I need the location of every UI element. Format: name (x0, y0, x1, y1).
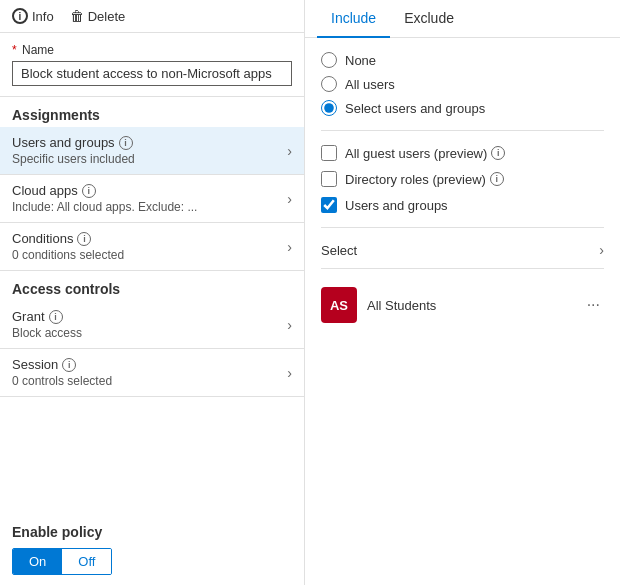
checkbox-guest-users-label: All guest users (preview) i (345, 146, 505, 161)
divider-1 (321, 130, 604, 131)
assignments-header: Assignments (0, 97, 304, 127)
top-toolbar: i Info 🗑 Delete (0, 0, 304, 33)
name-input[interactable] (12, 61, 292, 86)
radio-none-input[interactable] (321, 52, 337, 68)
user-name: All Students (367, 298, 573, 313)
session-title: Session i (12, 357, 112, 372)
cloud-apps-chevron: › (287, 191, 292, 207)
radio-select-users-label: Select users and groups (345, 101, 485, 116)
user-ellipsis-button[interactable]: ··· (583, 292, 604, 318)
info-button[interactable]: i Info (12, 8, 54, 24)
radio-select-users-input[interactable] (321, 100, 337, 116)
cloud-apps-info-icon: i (82, 184, 96, 198)
delete-button[interactable]: 🗑 Delete (70, 8, 126, 24)
toggle-on-button[interactable]: On (13, 549, 62, 574)
session-chevron: › (287, 365, 292, 381)
cloud-apps-item[interactable]: Cloud apps i Include: All cloud apps. Ex… (0, 175, 304, 223)
cloud-apps-title: Cloud apps i (12, 183, 197, 198)
conditions-info-icon: i (77, 232, 91, 246)
grant-item[interactable]: Grant i Block access › (0, 301, 304, 349)
name-label: * Name (12, 43, 292, 57)
guest-users-info-icon: i (491, 146, 505, 160)
delete-icon: 🗑 (70, 8, 84, 24)
delete-label: Delete (88, 9, 126, 24)
access-controls-header: Access controls (0, 271, 304, 301)
grant-content: Grant i Block access (12, 309, 82, 340)
users-groups-subtitle: Specific users included (12, 152, 135, 166)
users-groups-info-icon: i (119, 136, 133, 150)
grant-title: Grant i (12, 309, 82, 324)
conditions-title: Conditions i (12, 231, 124, 246)
users-groups-title: Users and groups i (12, 135, 135, 150)
radio-group: None All users Select users and groups (321, 52, 604, 116)
info-label: Info (32, 9, 54, 24)
conditions-content: Conditions i 0 conditions selected (12, 231, 124, 262)
user-avatar: AS (321, 287, 357, 323)
radio-all-users-input[interactable] (321, 76, 337, 92)
enable-policy-section: Enable policy On Off (0, 514, 304, 585)
toggle-off-button[interactable]: Off (62, 549, 111, 574)
directory-roles-info-icon: i (490, 172, 504, 186)
radio-none[interactable]: None (321, 52, 604, 68)
grant-info-icon: i (49, 310, 63, 324)
right-content: None All users Select users and groups A… (305, 38, 620, 345)
left-panel: i Info 🗑 Delete * Name Assignments Users… (0, 0, 305, 585)
checkbox-directory-roles-input[interactable] (321, 171, 337, 187)
radio-all-users-label: All users (345, 77, 395, 92)
select-chevron: › (599, 242, 604, 258)
users-groups-item[interactable]: Users and groups i Specific users includ… (0, 127, 304, 175)
checkbox-guest-users-input[interactable] (321, 145, 337, 161)
session-content: Session i 0 controls selected (12, 357, 112, 388)
tab-exclude[interactable]: Exclude (390, 0, 468, 38)
required-star: * (12, 43, 17, 57)
checkbox-users-groups-label: Users and groups (345, 198, 448, 213)
checkbox-directory-roles[interactable]: Directory roles (preview) i (321, 171, 604, 187)
checkbox-directory-roles-label: Directory roles (preview) i (345, 172, 504, 187)
checkbox-group: All guest users (preview) i Directory ro… (321, 145, 604, 213)
tab-bar: Include Exclude (305, 0, 620, 38)
enable-policy-toggle: On Off (12, 548, 112, 575)
cloud-apps-subtitle: Include: All cloud apps. Exclude: ... (12, 200, 197, 214)
checkbox-users-groups-input[interactable] (321, 197, 337, 213)
select-row[interactable]: Select › (321, 242, 604, 269)
session-subtitle: 0 controls selected (12, 374, 112, 388)
grant-subtitle: Block access (12, 326, 82, 340)
name-section: * Name (0, 33, 304, 97)
user-list: AS All Students ··· (321, 279, 604, 331)
users-groups-content: Users and groups i Specific users includ… (12, 135, 135, 166)
conditions-subtitle: 0 conditions selected (12, 248, 124, 262)
name-field-label: Name (22, 43, 54, 57)
users-groups-chevron: › (287, 143, 292, 159)
radio-all-users[interactable]: All users (321, 76, 604, 92)
radio-select-users[interactable]: Select users and groups (321, 100, 604, 116)
checkbox-users-groups[interactable]: Users and groups (321, 197, 604, 213)
conditions-item[interactable]: Conditions i 0 conditions selected › (0, 223, 304, 271)
grant-chevron: › (287, 317, 292, 333)
conditions-chevron: › (287, 239, 292, 255)
session-item[interactable]: Session i 0 controls selected › (0, 349, 304, 397)
session-info-icon: i (62, 358, 76, 372)
checkbox-guest-users[interactable]: All guest users (preview) i (321, 145, 604, 161)
tab-include[interactable]: Include (317, 0, 390, 38)
divider-2 (321, 227, 604, 228)
cloud-apps-content: Cloud apps i Include: All cloud apps. Ex… (12, 183, 197, 214)
right-panel: Include Exclude None All users Select us… (305, 0, 620, 585)
select-label: Select (321, 243, 357, 258)
radio-none-label: None (345, 53, 376, 68)
info-icon: i (12, 8, 28, 24)
user-item: AS All Students ··· (321, 279, 604, 331)
enable-policy-label: Enable policy (12, 524, 292, 540)
